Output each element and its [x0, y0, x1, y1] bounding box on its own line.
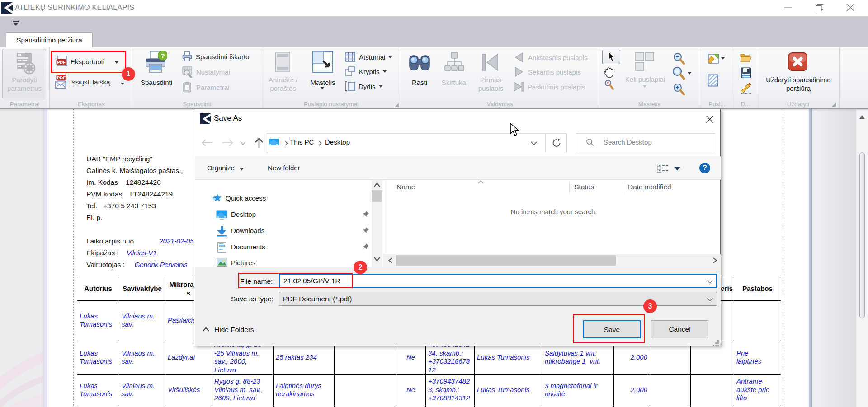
svg-text:?: ?	[186, 86, 188, 90]
svg-text:PDF: PDF	[57, 75, 66, 80]
svg-text:?: ?	[160, 52, 165, 60]
